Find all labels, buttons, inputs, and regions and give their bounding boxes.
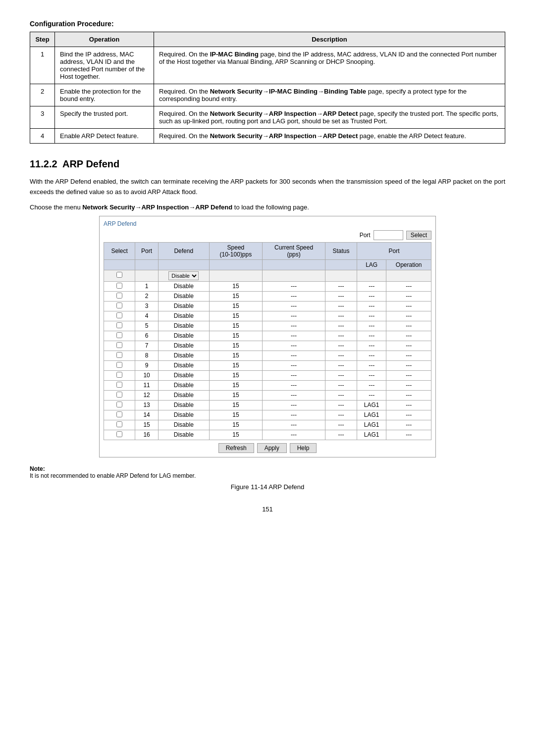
row-lag: LAG1: [357, 400, 386, 410]
row-defend: Disable: [159, 370, 209, 380]
row-checkbox[interactable]: [116, 372, 122, 378]
table-row: 9 Disable 15 --- --- --- ---: [104, 360, 431, 370]
select-button[interactable]: Select: [406, 231, 431, 240]
row-port: 6: [135, 331, 159, 341]
row-current-speed: ---: [263, 430, 325, 440]
row-operation: ---: [386, 420, 431, 430]
row-status: ---: [325, 321, 357, 331]
table-row: 3 Disable 15 --- --- --- ---: [104, 301, 431, 311]
col-status: Status: [325, 242, 357, 259]
col-defend-sub: [159, 259, 209, 270]
row-status: ---: [325, 430, 357, 440]
step-operation: Specify the trusted port.: [55, 106, 154, 129]
select-all-checkbox[interactable]: [116, 272, 122, 278]
row-current-speed: ---: [263, 410, 325, 420]
figure-caption: Figure 11-14 ARP Defend: [30, 483, 505, 491]
filter-defend-cell[interactable]: Disable Enable: [159, 270, 209, 281]
page-number: 151: [30, 505, 505, 513]
table-row: 4 Disable 15 --- --- --- ---: [104, 311, 431, 321]
row-checkbox[interactable]: [116, 392, 122, 398]
row-checkbox[interactable]: [116, 362, 122, 368]
row-status: ---: [325, 390, 357, 400]
step-operation: Bind the IP address, MAC address, VLAN I…: [55, 47, 154, 84]
row-defend: Disable: [159, 360, 209, 370]
filter-port-cell: [135, 270, 159, 281]
step-description: Required. On the Network Security→ARP In…: [154, 129, 505, 144]
row-status: ---: [325, 380, 357, 390]
step-number: 2: [30, 84, 55, 106]
row-lag: LAG1: [357, 410, 386, 420]
row-defend: Disable: [159, 281, 209, 291]
row-status: ---: [325, 400, 357, 410]
row-port: 9: [135, 360, 159, 370]
row-status: ---: [325, 410, 357, 420]
row-defend: Disable: [159, 291, 209, 301]
row-checkbox[interactable]: [116, 342, 122, 348]
row-operation: ---: [386, 331, 431, 341]
row-select-cell: [104, 390, 135, 400]
row-checkbox[interactable]: [116, 293, 122, 299]
row-select-cell: [104, 301, 135, 311]
row-status: ---: [325, 420, 357, 430]
col-lag: LAG: [357, 259, 386, 270]
row-operation: ---: [386, 341, 431, 351]
port-input[interactable]: [374, 230, 403, 240]
filter-currentspeed-cell: [263, 270, 325, 281]
row-checkbox[interactable]: [116, 302, 122, 308]
row-lag: LAG1: [357, 420, 386, 430]
table-row: 6 Disable 15 --- --- --- ---: [104, 331, 431, 341]
row-current-speed: ---: [263, 400, 325, 410]
row-port: 2: [135, 291, 159, 301]
filter-select-cell: [104, 270, 135, 281]
row-checkbox[interactable]: [116, 352, 122, 358]
row-current-speed: ---: [263, 331, 325, 341]
table-row: 10 Disable 15 --- --- --- ---: [104, 370, 431, 380]
row-lag: ---: [357, 321, 386, 331]
row-current-speed: ---: [263, 341, 325, 351]
arp-main-table: Select Port Defend Speed(10-100)pps Curr…: [104, 242, 431, 440]
row-speed: 15: [209, 351, 263, 360]
refresh-button[interactable]: Refresh: [218, 443, 254, 453]
row-checkbox[interactable]: [116, 322, 122, 328]
step-operation: Enable ARP Detect feature.: [55, 129, 154, 144]
row-checkbox[interactable]: [116, 382, 122, 388]
row-checkbox[interactable]: [116, 431, 122, 437]
filter-status-cell: [325, 270, 357, 281]
row-checkbox[interactable]: [116, 283, 122, 289]
row-port: 15: [135, 420, 159, 430]
row-operation: ---: [386, 301, 431, 311]
col-speed: Speed(10-100)pps: [209, 242, 263, 259]
row-defend: Disable: [159, 430, 209, 440]
row-lag: ---: [357, 351, 386, 360]
col-port-sub: [135, 259, 159, 270]
row-lag: ---: [357, 331, 386, 341]
filter-operation-cell: [386, 270, 431, 281]
row-select-cell: [104, 281, 135, 291]
row-checkbox[interactable]: [116, 421, 122, 427]
apply-button[interactable]: Apply: [257, 443, 287, 453]
row-current-speed: ---: [263, 321, 325, 331]
row-current-speed: ---: [263, 301, 325, 311]
row-defend: Disable: [159, 351, 209, 360]
row-checkbox[interactable]: [116, 332, 122, 338]
row-current-speed: ---: [263, 380, 325, 390]
row-operation: ---: [386, 370, 431, 380]
row-speed: 15: [209, 420, 263, 430]
step-number: 4: [30, 129, 55, 144]
note-text: It is not recommended to enable ARP Defe…: [30, 472, 196, 479]
row-speed: 15: [209, 360, 263, 370]
help-button[interactable]: Help: [290, 443, 317, 453]
row-checkbox[interactable]: [116, 312, 122, 318]
col-select: Select: [104, 242, 135, 259]
row-checkbox[interactable]: [116, 411, 122, 417]
row-checkbox[interactable]: [116, 402, 122, 407]
table-row: 1 Disable 15 --- --- --- ---: [104, 281, 431, 291]
row-lag: ---: [357, 341, 386, 351]
row-port: 16: [135, 430, 159, 440]
step-operation: Enable the protection for the bound entr…: [55, 84, 154, 106]
col-status-sub: [325, 259, 357, 270]
step-number: 1: [30, 47, 55, 84]
row-speed: 15: [209, 390, 263, 400]
defend-filter-select[interactable]: Disable Enable: [168, 271, 199, 280]
row-defend: Disable: [159, 331, 209, 341]
